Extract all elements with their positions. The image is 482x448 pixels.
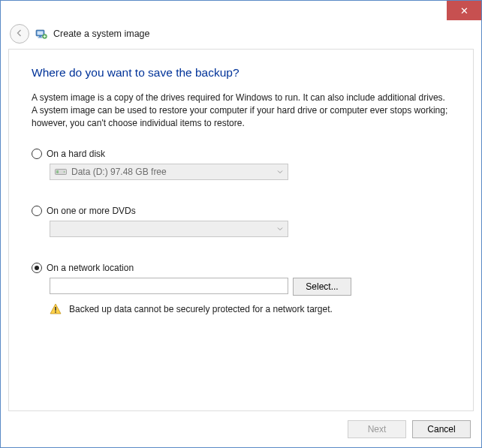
radio-label: On one or more DVDs [47,206,136,216]
radio-network[interactable]: On a network location [32,263,450,273]
page-description: A system image is a copy of the drives r… [32,92,450,129]
header: Create a system image [1,20,481,47]
svg-rect-6 [56,170,59,173]
chevron-down-icon [276,168,285,176]
svg-rect-9 [55,311,56,313]
svg-rect-2 [39,36,41,38]
window-title: Create a system image [53,29,150,39]
svg-rect-8 [55,307,56,311]
next-button[interactable]: Next [348,420,406,438]
hard-disk-value: Data (D:) 97.48 GB free [71,167,167,177]
radio-hard-disk[interactable]: On a hard disk [32,149,450,159]
close-button[interactable]: ✕ [447,1,481,20]
svg-rect-1 [38,32,44,35]
back-button[interactable] [10,24,29,44]
chevron-down-icon [276,225,285,233]
hard-disk-combo[interactable]: Data (D:) 97.48 GB free [50,164,288,180]
radio-dvd[interactable]: On one or more DVDs [32,206,450,216]
radio-icon [32,149,42,159]
network-warning: Backed up data cannot be securely protec… [50,303,450,315]
warning-text: Backed up data cannot be securely protec… [69,304,333,314]
select-button[interactable]: Select... [293,278,351,296]
wizard-window: ✕ Create a system image Where do you wan… [0,0,482,448]
option-hard-disk: On a hard disk Data (D:) 97.48 GB free [32,149,450,180]
drive-icon [55,167,67,176]
content-area: Where do you want to save the backup? A … [8,49,474,411]
svg-point-7 [64,172,65,173]
option-network: On a network location Select... Backed u… [32,263,450,315]
warning-icon [50,303,62,315]
network-path-input[interactable] [50,278,288,294]
radio-label: On a hard disk [47,149,105,159]
radio-label: On a network location [47,263,134,273]
back-arrow-icon [15,29,24,40]
radio-icon [32,263,42,273]
close-icon: ✕ [460,5,468,17]
dvd-combo[interactable] [50,221,288,237]
system-image-icon [35,28,47,40]
cancel-button[interactable]: Cancel [412,420,471,438]
svg-rect-3 [38,38,43,38]
option-dvd: On one or more DVDs [32,206,450,237]
titlebar: ✕ [1,1,481,20]
radio-icon [32,206,42,216]
footer-buttons: Next Cancel [348,420,471,438]
page-heading: Where do you want to save the backup? [32,66,450,80]
